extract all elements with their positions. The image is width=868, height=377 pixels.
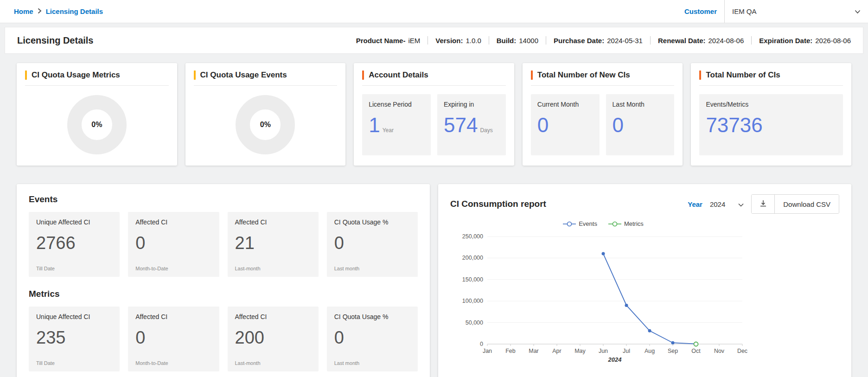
summary-cards-row: CI Quota Usage Metrics 0% CI Quota Usage…	[17, 63, 851, 166]
year-select[interactable]: 2024	[710, 200, 744, 208]
bottom-row: Events Unique Affected CI 2766 Till Date…	[17, 184, 851, 377]
divider	[546, 36, 546, 45]
report-controls: Year 2024 Download CSV	[688, 194, 839, 214]
download-csv-button[interactable]: Download CSV	[775, 195, 839, 213]
breadcrumb-chevron-icon	[38, 7, 42, 15]
accent-bar	[362, 70, 364, 80]
svg-text:Jan: Jan	[483, 348, 492, 354]
card-ci-quota-usage-metrics: CI Quota Usage Metrics 0%	[17, 63, 177, 166]
divider	[428, 36, 428, 45]
legend-label: Events	[579, 220, 597, 227]
product-build: Build: 14000	[497, 37, 538, 45]
customer-label: Customer	[684, 7, 717, 15]
purchase-date: Purchase Date: 2024-05-31	[554, 37, 643, 45]
donut-value: 0%	[260, 121, 271, 129]
events-donut-chart: 0%	[236, 95, 295, 154]
stat-box-events-affected-ci-last-month: Affected CI 21 Last-month	[228, 212, 319, 277]
legend-item-metrics[interactable]: Metrics	[608, 220, 644, 227]
license-period-box: License Period 1 Year	[362, 94, 431, 155]
customer-select[interactable]: IEM QA	[724, 0, 868, 23]
divider	[489, 36, 489, 45]
stat-box-events-ci-quota-usage: CI Quota Usage % 0 Last month	[327, 212, 418, 277]
events-stat-grid: Unique Affected CI 2766 Till Date Affect…	[29, 212, 418, 277]
year-select-value: 2024	[710, 200, 725, 208]
licensing-header: Licensing Details Product Name- iEM Vers…	[5, 27, 863, 54]
svg-text:250,000: 250,000	[462, 233, 483, 240]
metrics-stat-grid: Unique Affected CI 235 Till Date Affecte…	[29, 307, 418, 371]
svg-text:Nov: Nov	[714, 348, 725, 354]
breadcrumb: Home Licensing Details	[14, 7, 103, 15]
license-period-unit: Year	[383, 127, 394, 134]
download-button-group: Download CSV	[751, 194, 839, 214]
accent-bar	[194, 70, 196, 80]
stat-box-metrics-unique-affected-ci: Unique Affected CI 235 Till Date	[29, 307, 120, 371]
svg-text:150,000: 150,000	[462, 276, 483, 283]
card-title: Account Details	[369, 70, 428, 80]
mini-box-label: Events/Metrics	[706, 101, 836, 108]
card-title: Total Number of CIs	[706, 70, 780, 80]
svg-text:Feb: Feb	[505, 348, 516, 354]
renewal-date: Renewal Date: 2024-08-06	[658, 37, 744, 45]
svg-text:May: May	[574, 348, 586, 354]
year-label: Year	[688, 200, 702, 208]
svg-text:Jul: Jul	[623, 348, 630, 354]
card-title: Total Number of New CIs	[537, 70, 630, 80]
report-title: CI Consumption report	[450, 199, 546, 209]
metrics-donut-chart: 0%	[67, 95, 127, 154]
expiration-date: Expiration Date: 2026-08-06	[759, 37, 851, 45]
svg-text:Dec: Dec	[737, 348, 747, 354]
download-icon-button[interactable]	[752, 195, 775, 213]
svg-text:Apr: Apr	[552, 348, 561, 354]
legend-item-events[interactable]: Events	[563, 220, 597, 227]
license-period-value: 1	[369, 115, 380, 136]
events-metrics-value: 73736	[706, 115, 762, 136]
metrics-heading: Metrics	[29, 289, 418, 299]
mini-box-label: Expiring in	[444, 101, 499, 108]
product-name: Product Name- iEM	[356, 37, 421, 45]
divider	[650, 36, 651, 45]
stat-box-metrics-ci-quota-usage: CI Quota Usage % 0 Last month	[327, 307, 418, 371]
chart-legend: EventsMetrics	[450, 220, 756, 227]
svg-text:100,000: 100,000	[462, 298, 483, 304]
chevron-down-icon	[855, 7, 861, 15]
expiring-in-value: 574	[444, 115, 478, 136]
last-month-value: 0	[613, 115, 624, 136]
events-metrics-box: Events/Metrics 73736	[699, 94, 843, 155]
accent-bar	[25, 70, 27, 80]
product-info: Product Name- iEM Version: 1.0.0 Build: …	[356, 36, 851, 45]
card-title: CI Quota Usage Events	[200, 70, 287, 80]
expiring-in-unit: Days	[480, 127, 492, 134]
breadcrumb-home-link[interactable]: Home	[14, 7, 33, 15]
top-bar: Home Licensing Details Customer IEM QA	[0, 0, 868, 23]
svg-text:Aug: Aug	[645, 348, 655, 354]
svg-text:Sep: Sep	[668, 348, 678, 354]
current-month-value: 0	[537, 115, 549, 136]
svg-text:Mar: Mar	[529, 348, 539, 354]
svg-text:Oct: Oct	[691, 348, 701, 354]
stat-box-metrics-affected-ci-mtd: Affected CI 0 Month-to-Date	[128, 307, 219, 371]
svg-text:2024: 2024	[608, 356, 622, 363]
svg-text:200,000: 200,000	[462, 255, 483, 261]
stat-box-events-unique-affected-ci: Unique Affected CI 2766 Till Date	[29, 212, 120, 277]
accent-bar	[699, 70, 701, 80]
card-title: CI Quota Usage Metrics	[32, 70, 120, 80]
card-account-details: Account Details License Period 1 Year Ex…	[354, 63, 514, 166]
accent-bar	[531, 70, 533, 80]
last-month-box: Last Month 0	[606, 94, 675, 155]
card-ci-quota-usage-events: CI Quota Usage Events 0%	[185, 63, 346, 166]
svg-text:50,000: 50,000	[466, 319, 483, 326]
stat-box-events-affected-ci-mtd: Affected CI 0 Month-to-Date	[128, 212, 219, 277]
donut-value: 0%	[91, 121, 102, 129]
chevron-down-icon	[738, 200, 744, 208]
expiring-in-box: Expiring in 574 Days	[437, 94, 506, 155]
mini-box-label: Current Month	[537, 101, 593, 108]
customer-select-value: IEM QA	[732, 7, 757, 15]
stat-box-metrics-affected-ci-last-month: Affected CI 200 Last-month	[228, 307, 319, 371]
divider	[751, 36, 752, 45]
mini-box-label: License Period	[369, 101, 424, 108]
svg-text:Jun: Jun	[599, 348, 608, 354]
events-heading: Events	[29, 194, 418, 204]
download-icon	[759, 199, 767, 209]
breadcrumb-current: Licensing Details	[46, 7, 103, 15]
current-month-box: Current Month 0	[531, 94, 600, 155]
